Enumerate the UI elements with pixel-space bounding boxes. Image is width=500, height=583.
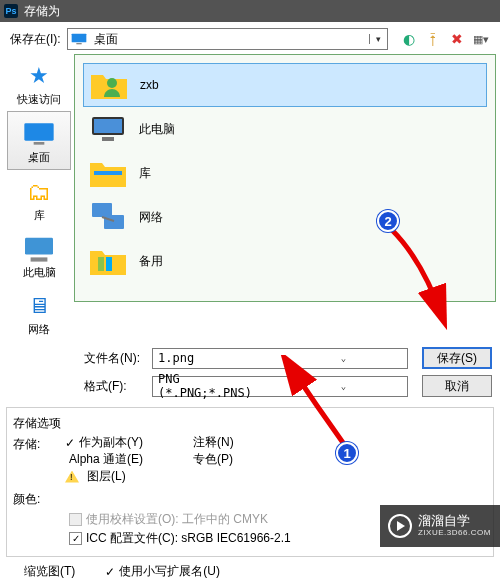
main-area: ★ 快速访问 桌面 🗂 库 此电脑 🖥 网络 zxb (0, 54, 500, 341)
file-label: 库 (139, 165, 151, 182)
place-network-label: 网络 (9, 322, 69, 337)
svg-rect-2 (24, 123, 53, 140)
cancel-button[interactable]: 取消 (422, 375, 492, 397)
pc-icon (87, 110, 129, 148)
warning-icon (65, 471, 79, 483)
place-desktop-label: 桌面 (10, 150, 68, 165)
svg-rect-3 (34, 142, 45, 145)
watermark: 溜溜自学 ZIXUE.3D66.COM (380, 505, 500, 547)
ascopy-label: 作为副本(Y) (79, 434, 143, 451)
file-label: 此电脑 (139, 121, 175, 138)
lookin-value: 桌面 (90, 31, 369, 48)
play-icon (388, 514, 412, 538)
svg-rect-9 (102, 137, 114, 141)
titlebar: Ps 存储为 (0, 0, 500, 22)
file-label: 备用 (139, 253, 163, 270)
storage-title: 存储选项 (13, 415, 487, 432)
storage-sublabel: 存储: (13, 434, 65, 485)
svg-point-6 (107, 78, 117, 88)
file-list[interactable]: zxb 此电脑 库 网络 备用 (74, 54, 496, 302)
window-title: 存储为 (24, 3, 60, 20)
alpha-label: Alpha 通道(E) (69, 451, 143, 468)
chevron-down-icon[interactable]: ▾ (369, 34, 387, 44)
place-desktop[interactable]: 桌面 (7, 111, 71, 170)
format-combo[interactable]: PNG (*.PNG;*.PNS) ⌄ (152, 376, 408, 397)
bottom-options: 缩览图(T) ✓ 使用小写扩展名(U) (0, 557, 500, 583)
format-label: 格式(F): (84, 378, 144, 395)
place-thispc-label: 此电脑 (9, 265, 69, 280)
place-library-label: 库 (9, 208, 69, 223)
file-item-thispc[interactable]: 此电脑 (83, 107, 487, 151)
place-quick[interactable]: ★ 快速访问 (7, 54, 71, 111)
checkbox-proof (69, 513, 82, 526)
place-quick-label: 快速访问 (9, 92, 69, 107)
lookin-label: 保存在(I): (10, 31, 61, 48)
ps-icon: Ps (4, 4, 18, 18)
layers-label: 图层(L) (87, 468, 126, 485)
nav-delete-icon[interactable]: ✖ (448, 30, 466, 48)
library-icon (87, 154, 129, 192)
library-icon: 🗂 (27, 178, 51, 206)
svg-rect-12 (104, 215, 124, 229)
svg-rect-8 (94, 119, 122, 133)
svg-rect-1 (76, 43, 81, 44)
chevron-down-icon[interactable]: ⌄ (280, 381, 407, 391)
filename-value: 1.png (153, 351, 280, 365)
places-bar: ★ 快速访问 桌面 🗂 库 此电脑 🖥 网络 (4, 54, 74, 341)
view-menu-icon[interactable]: ▦▾ (472, 30, 490, 48)
checkbox-ascopy[interactable]: ✓ (65, 436, 75, 450)
svg-rect-10 (94, 171, 122, 175)
file-item-network[interactable]: 网络 (83, 195, 487, 239)
desktop-icon (68, 33, 90, 45)
filename-section: 文件名(N): 1.png ⌄ 保存(S) 格式(F): PNG (*.PNG;… (0, 341, 500, 407)
network-icon: 🖥 (28, 293, 50, 319)
icc-label: ICC 配置文件(C): sRGB IEC61966-2.1 (86, 530, 291, 547)
spot-label: 专色(P) (193, 451, 233, 468)
star-icon: ★ (29, 63, 49, 89)
chevron-down-icon[interactable]: ⌄ (280, 353, 407, 363)
folder-user-icon (88, 66, 130, 104)
checkbox-icc[interactable]: ✓ (69, 532, 82, 545)
place-library[interactable]: 🗂 库 (7, 170, 71, 227)
nav-back-icon[interactable]: ◐ (400, 30, 418, 48)
file-item-library[interactable]: 库 (83, 151, 487, 195)
svg-rect-11 (92, 203, 112, 217)
lookin-combo[interactable]: 桌面 ▾ (67, 28, 388, 50)
file-item-backup[interactable]: 备用 (83, 239, 487, 283)
checkbox-lowercase[interactable]: ✓ (105, 565, 115, 579)
folder-icon (87, 242, 129, 280)
place-network[interactable]: 🖥 网络 (7, 284, 71, 341)
file-item-zxb[interactable]: zxb (83, 63, 487, 107)
place-thispc[interactable]: 此电脑 (7, 227, 71, 284)
format-value: PNG (*.PNG;*.PNS) (153, 372, 280, 400)
filename-label: 文件名(N): (84, 350, 144, 367)
filename-input[interactable]: 1.png ⌄ (152, 348, 408, 369)
save-button[interactable]: 保存(S) (422, 347, 492, 369)
svg-rect-4 (25, 238, 53, 255)
proof-label: 使用校样设置(O): 工作中的 CMYK (86, 511, 268, 528)
nav-up-icon[interactable]: ⭱ (424, 30, 442, 48)
watermark-url: ZIXUE.3D66.COM (418, 529, 491, 538)
svg-rect-14 (98, 257, 104, 271)
svg-rect-0 (71, 34, 86, 43)
notes-label: 注释(N) (193, 434, 234, 451)
svg-rect-5 (31, 257, 48, 261)
file-label: zxb (140, 78, 159, 92)
lookin-row: 保存在(I): 桌面 ▾ ◐ ⭱ ✖ ▦▾ (0, 22, 500, 54)
file-label: 网络 (139, 209, 163, 226)
lowercase-label: 使用小写扩展名(U) (119, 563, 220, 580)
thumbnail-label: 缩览图(T) (24, 563, 75, 580)
svg-rect-15 (106, 257, 112, 271)
watermark-brand: 溜溜自学 (418, 514, 491, 528)
network-large-icon (87, 198, 129, 236)
